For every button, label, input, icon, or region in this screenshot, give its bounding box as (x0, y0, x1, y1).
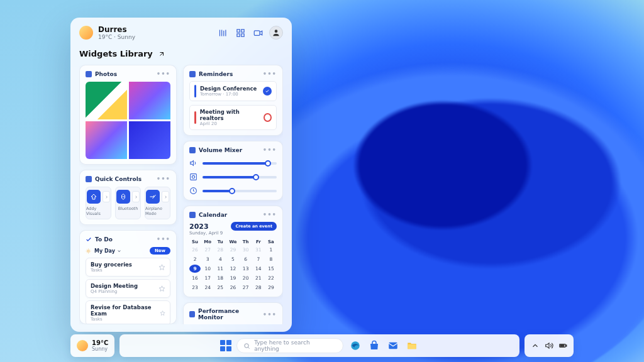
quick-label: Addy Visuals (86, 206, 111, 216)
calendar-day[interactable]: 24 (202, 283, 213, 292)
calendar-day[interactable]: 27 (240, 283, 252, 292)
chevron-right-icon[interactable] (132, 191, 140, 202)
calendar-day[interactable]: 28 (253, 283, 264, 292)
svg-rect-21 (389, 343, 397, 349)
user-avatar[interactable] (269, 26, 283, 40)
calendar-day[interactable]: 31 (253, 246, 264, 254)
quick-toggle[interactable] (87, 190, 101, 204)
volume-slider-2[interactable] (189, 173, 277, 181)
todo-title: Buy groceries (91, 261, 132, 268)
taskbar-app-edge[interactable] (348, 339, 362, 353)
grid-view-icon[interactable] (234, 26, 247, 39)
panel-header: Durres 19°C · Sunny (79, 25, 283, 40)
svg-rect-3 (241, 33, 243, 36)
library-view-icon[interactable] (216, 26, 229, 39)
todo-item[interactable]: Buy groceriesTasks (86, 258, 170, 277)
calendar-day[interactable]: 13 (240, 265, 252, 273)
todo-item[interactable]: Revise for Database ExamTasks (86, 300, 170, 324)
photo-thumb[interactable] (129, 121, 170, 159)
calendar-day[interactable]: 19 (227, 274, 238, 282)
create-event-button[interactable]: Create an event (231, 222, 277, 231)
reminder-item[interactable]: Design ConferenceTomorrow · 17:00 (189, 81, 277, 101)
calendar-day[interactable]: 6 (240, 255, 252, 263)
calendar-day[interactable]: 11 (214, 265, 226, 273)
calendar-day[interactable]: 1 (265, 246, 277, 254)
calendar-day[interactable]: 7 (253, 255, 264, 263)
calendar-day[interactable]: 10 (202, 265, 213, 273)
todo-title: Revise for Database Exam (91, 304, 156, 317)
search-input[interactable]: Type here to search anything (236, 338, 343, 353)
calendar-day[interactable]: 28 (214, 246, 226, 254)
calendar-day[interactable]: 17 (202, 274, 213, 282)
photo-thumb[interactable] (129, 82, 170, 119)
more-icon[interactable]: ••• (263, 146, 277, 153)
chevron-right-icon[interactable] (103, 191, 110, 202)
volume-icon (545, 341, 553, 350)
reminder-status[interactable] (264, 113, 272, 122)
more-icon[interactable]: ••• (263, 211, 277, 218)
taskbar-temp: 19°C (92, 339, 108, 346)
star-icon[interactable] (158, 264, 165, 271)
quick-label: Airplane Mode (145, 206, 170, 216)
chevron-right-icon[interactable] (162, 191, 169, 202)
calendar-day[interactable]: 3 (202, 255, 213, 263)
calendar-day[interactable]: 8 (265, 255, 277, 263)
calendar-day[interactable]: 21 (253, 274, 264, 282)
volume-slider-1[interactable] (189, 159, 277, 167)
volume-slider-3[interactable] (189, 187, 277, 195)
calendar-day[interactable]: 18 (214, 274, 226, 282)
calendar-day[interactable]: 16 (189, 274, 201, 282)
more-icon[interactable]: ••• (157, 70, 170, 77)
reminder-item[interactable]: Meeting with realtorsApril 20 (189, 105, 277, 130)
calendar-day[interactable]: 20 (240, 274, 252, 282)
todo-subtitle: Q4 Planning (91, 289, 138, 294)
calendar-day[interactable]: 14 (253, 265, 264, 273)
quick-label: Bluetooth (118, 206, 138, 211)
calendar-dow: Fr (253, 239, 264, 244)
start-button[interactable] (220, 340, 231, 351)
taskbar-app-mail[interactable] (386, 339, 400, 353)
calendar-day[interactable]: 12 (227, 265, 238, 273)
calendar-day[interactable]: 26 (227, 283, 238, 292)
calendar-day[interactable]: 30 (240, 246, 252, 254)
calendar-day[interactable]: 2 (189, 255, 201, 263)
taskbar-app-store[interactable] (367, 339, 381, 353)
panel-title: Widgets Library (79, 49, 283, 58)
system-tray[interactable] (525, 334, 574, 357)
calendar-day[interactable]: 5 (227, 255, 238, 263)
calendar-day[interactable]: 22 (265, 274, 277, 282)
star-icon[interactable] (158, 285, 165, 292)
quick-toggle[interactable] (146, 190, 160, 204)
svg-rect-24 (566, 345, 567, 346)
calendar-day[interactable]: 4 (214, 255, 226, 263)
more-icon[interactable]: ••• (263, 311, 277, 318)
star-icon[interactable] (160, 310, 165, 317)
photo-grid[interactable] (86, 82, 170, 159)
calendar-day[interactable]: 15 (265, 265, 277, 273)
calendar-day[interactable]: 29 (227, 246, 238, 254)
more-icon[interactable]: ••• (157, 175, 170, 182)
taskbar-app-explorer[interactable] (405, 339, 419, 353)
todo-filter-dropdown[interactable]: My Day (94, 248, 121, 254)
more-icon[interactable]: ••• (263, 70, 277, 77)
calendar-day[interactable]: 26 (189, 246, 201, 254)
calendar-day[interactable]: 9 (189, 265, 201, 273)
new-todo-button[interactable]: New (150, 247, 170, 255)
photo-thumb[interactable] (86, 82, 127, 119)
more-icon[interactable]: ••• (157, 236, 170, 243)
expand-icon[interactable] (158, 50, 165, 58)
taskbar-weather[interactable]: 19°C Sunny (70, 334, 114, 357)
reminder-status[interactable] (263, 87, 272, 96)
volume-icon (189, 147, 196, 153)
calendar-day[interactable]: 23 (189, 283, 201, 292)
video-icon[interactable] (252, 26, 264, 39)
todo-item[interactable]: Design MeetingQ4 Planning (86, 279, 170, 298)
photo-thumb[interactable] (86, 121, 127, 159)
calendar-day[interactable]: 29 (265, 283, 277, 292)
quick-toggle[interactable] (116, 190, 130, 204)
svg-rect-7 (191, 174, 197, 180)
calendar-day[interactable]: 27 (202, 246, 213, 254)
calendar-dow: We (227, 239, 238, 244)
todo-widget: To Do••• My Day New Buy groceriesTasksDe… (79, 230, 177, 324)
calendar-day[interactable]: 25 (214, 283, 226, 292)
